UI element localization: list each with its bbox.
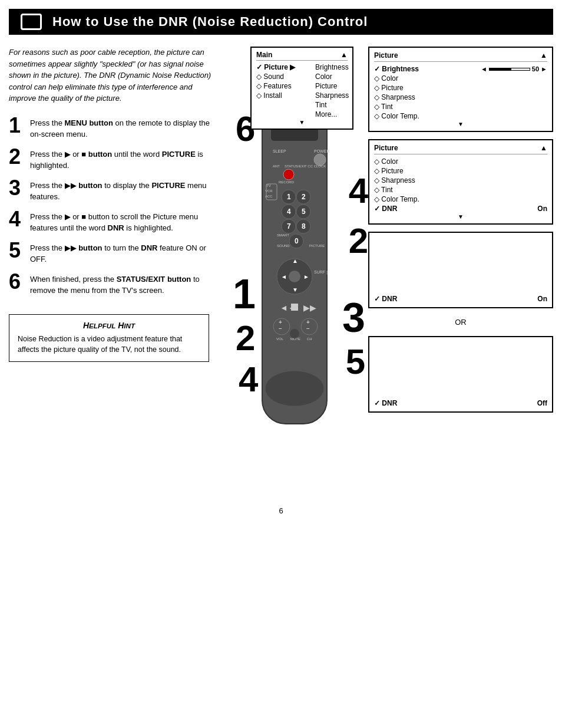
svg-text:PICTURE: PICTURE — [309, 244, 325, 248]
picture-menu-1-down: ▼ — [374, 121, 547, 127]
intro-paragraph: For reasons such as poor cable reception… — [9, 47, 221, 104]
color-item-1: ◇ Color — [374, 74, 547, 83]
step-3: 3 Press the ▶▶ button to display the PIC… — [9, 177, 221, 203]
remote-label-5: 5 — [346, 341, 365, 382]
svg-text:◄: ◄ — [281, 274, 287, 280]
dnr-item-on: ✓ DNR On — [374, 204, 547, 213]
picture-menu-2-down: ▼ — [374, 213, 547, 220]
svg-text:SOUND: SOUND — [277, 244, 290, 248]
svg-text:►: ► — [303, 274, 309, 280]
picture-menu-3: ✓ DNR On — [368, 232, 553, 308]
main-menu-row-4: ◇ Install Sharpness — [256, 91, 348, 100]
main-menu-sharpness: Sharpness — [315, 91, 349, 100]
picture-menu-2: Picture ▲ ◇ Color ◇ Picture ◇ Sharpness … — [368, 139, 553, 225]
picture-menu-2-header: Picture ▲ — [374, 144, 547, 154]
main-menu-empty2 — [256, 110, 303, 118]
main-menu-down-arrow: ▼ — [256, 119, 348, 126]
main-menu-row-1: ✓ Picture ▶ Brightness — [256, 62, 348, 72]
picture-menu-2-arrow: ▲ — [540, 144, 547, 152]
svg-text:7: 7 — [287, 222, 291, 230]
remote-illustration: Main ▲ ✓ Picture ▶ Brightness ◇ Sound Co… — [233, 47, 356, 495]
picture-menu-1-header: Picture ▲ — [374, 51, 547, 62]
page-number: 6 — [0, 506, 562, 524]
page-header: How to Use the DNR (Noise Reduction) Con… — [9, 9, 553, 35]
svg-text:VOL: VOL — [276, 337, 284, 341]
main-menu-color: Color — [315, 73, 332, 81]
main-menu-picture: ✓ Picture ▶ — [256, 63, 303, 71]
picture-menu-2-title: Picture — [374, 144, 398, 152]
svg-point-31 — [289, 271, 300, 282]
step-1-text: Press the MENU button on the remote to d… — [30, 115, 221, 140]
step-3-number: 3 — [9, 177, 25, 199]
svg-text:RECORD: RECORD — [279, 180, 295, 184]
dnr-label-off: ✓ DNR — [374, 399, 397, 407]
svg-text:−: − — [306, 325, 310, 332]
color-item-2: ◇ Color — [374, 157, 547, 166]
svg-text:SLEEP: SLEEP — [273, 149, 286, 153]
step-1-number: 1 — [9, 115, 25, 136]
main-menu-picture-sub: Picture — [315, 82, 337, 90]
brightness-item: ✓ Brightness ◄ 50 ► — [374, 64, 547, 74]
step-2-text: Press the ▶ or ■ button until the word P… — [30, 146, 221, 172]
svg-text:+: + — [279, 319, 282, 325]
svg-text:5: 5 — [302, 207, 306, 216]
dnr-label-on-2: ✓ DNR — [374, 295, 397, 303]
colortemp-item-2: ◇ Color Temp. — [374, 195, 547, 204]
svg-point-50 — [265, 371, 324, 406]
svg-text:8: 8 — [302, 222, 306, 230]
picture-menu-1: Picture ▲ ✓ Brightness ◄ 50 ► ◇ Color ◇ … — [368, 47, 553, 132]
svg-rect-39 — [291, 304, 298, 311]
step-6-text: When finished, press the STATUS/EXIT but… — [30, 271, 221, 297]
svg-text:▲: ▲ — [292, 258, 298, 264]
main-menu-up-arrow: ▲ — [340, 51, 348, 59]
remote-label-3: 3 — [342, 294, 365, 341]
or-label: OR — [368, 318, 553, 327]
dnr-value-off: Off — [537, 399, 547, 407]
svg-text:0: 0 — [295, 237, 299, 245]
main-menu-header: Main ▲ — [256, 51, 348, 61]
step-4-number: 4 — [9, 209, 25, 230]
dnr-value-on: On — [537, 205, 547, 213]
main-menu-more: More... — [315, 110, 337, 118]
main-menu-title: Main — [256, 51, 272, 59]
steps-list: 1 Press the MENU button on the remote to… — [9, 115, 221, 297]
main-content: For reasons such as poor cable reception… — [0, 35, 562, 495]
svg-text:4: 4 — [287, 207, 291, 216]
colortemp-item-1: ◇ Color Temp. — [374, 111, 547, 121]
brightness-value: ◄ 50 ► — [481, 65, 547, 73]
main-menu-row-5: Tint — [256, 100, 348, 110]
step-3-text: Press the ▶▶ button to display the PICTU… — [30, 177, 221, 203]
svg-text:▶▶: ▶▶ — [303, 303, 316, 312]
picture-item-2: ◇ Picture — [374, 166, 547, 176]
step-2-number: 2 — [9, 146, 25, 167]
sharpness-item-1: ◇ Sharpness — [374, 93, 547, 102]
dnr-value-on-2: On — [537, 295, 547, 303]
main-menu-install: ◇ Install — [256, 91, 303, 100]
brightness-label: ✓ Brightness — [374, 65, 419, 73]
remote-label-1: 1 — [233, 271, 256, 318]
step-5: 5 Press the ▶▶ button to turn the DNR fe… — [9, 240, 221, 265]
tv-screen-icon — [21, 14, 42, 30]
hint-text: Noise Reduction is a video adjustment fe… — [18, 334, 200, 356]
step-4-text: Press the ▶ or ■ button to scroll the Pi… — [30, 209, 221, 234]
svg-point-4 — [314, 154, 326, 166]
step-1: 1 Press the MENU button on the remote to… — [9, 115, 221, 140]
hint-title: HELPFUL HINT — [18, 321, 200, 330]
sharpness-item-2: ◇ Sharpness — [374, 176, 547, 185]
svg-text:+: + — [306, 319, 310, 325]
main-menu-tint: Tint — [315, 101, 327, 109]
main-menu-empty — [256, 101, 303, 109]
left-column: For reasons such as poor cable reception… — [9, 47, 221, 495]
helpful-hint-box: HELPFUL HINT Noise Reduction is a video … — [9, 314, 209, 363]
main-menu-row-3: ◇ Features Picture — [256, 81, 348, 91]
svg-text:SURF  ‖: SURF ‖ — [314, 270, 329, 275]
remote-label-2-left: 2 — [236, 318, 255, 358]
svg-text:1: 1 — [287, 193, 291, 201]
svg-text:SMART: SMART — [277, 233, 289, 237]
step-5-number: 5 — [9, 240, 25, 261]
dnr-item-on-2: ✓ DNR On — [374, 294, 547, 304]
svg-text:2: 2 — [302, 193, 306, 201]
picture-menu-1-title: Picture — [374, 51, 398, 60]
svg-point-49 — [290, 329, 299, 338]
remote-label-4-right: 4 — [349, 170, 368, 211]
